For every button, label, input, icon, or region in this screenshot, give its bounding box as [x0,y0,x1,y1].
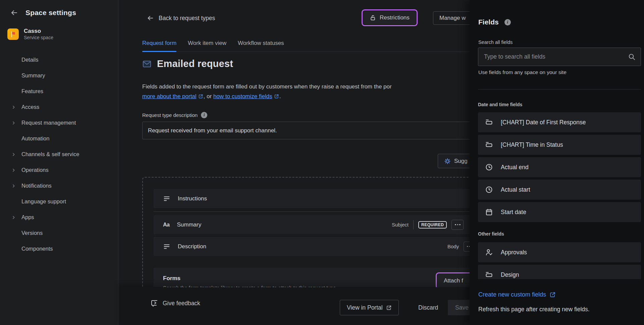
description-label: Request type description [142,112,198,118]
vertical-divider [413,220,414,230]
section-title-date-time: Date and time fields [478,102,641,107]
space-settings-sidebar: Space settings Casso Service space Detai… [0,0,118,325]
email-icon [142,59,152,69]
field-item-approvals[interactable]: Approvals [478,242,641,262]
external-link-icon [198,94,203,99]
sidebar-item-operations[interactable]: Operations [0,162,118,178]
sidebar-item-summary[interactable]: Summary [0,68,118,83]
unlock-icon [370,14,376,21]
page-title: Space settings [25,9,76,17]
refresh-note: Refresh this page after creating new fie… [478,306,590,313]
back-arrow-icon[interactable] [9,8,19,17]
sidebar-item-notifications[interactable]: Notifications [0,178,118,194]
fields-panel: Fields i Search all fields Use fields fr… [470,0,644,325]
align-left-icon [163,243,170,250]
clock-icon [485,163,493,171]
field-item-actual-start[interactable]: Actual start [478,180,641,200]
external-link-icon [549,291,556,298]
mapping-label: Body [447,244,459,249]
field-item-actual-end[interactable]: Actual end [478,157,641,177]
feedback-icon [150,299,158,307]
sparkle-icon [444,158,451,165]
space-flag-icon [7,28,19,40]
field-item-chart-time-in-status[interactable]: [CHART] Time in Status [478,135,641,155]
sidebar-item-features[interactable]: Features [0,83,118,99]
space-type: Service space [24,35,53,41]
back-to-request-types-link[interactable]: Back to request types [147,14,215,22]
field-item-chart-date-of-first-response[interactable]: [CHART] Date of First Response [478,112,641,132]
sidebar-item-language-support[interactable]: Language support [0,194,118,209]
row-divider [154,211,523,212]
restrictions-button[interactable]: Restrictions [363,11,416,24]
search-helper-text: Use fields from any space on your site [478,69,567,75]
search-all-fields-label: Search all fields [478,40,513,45]
fields-panel-title: Fields [478,18,499,26]
sidebar-item-versions[interactable]: Versions [0,225,118,241]
space-name: Casso [24,27,53,35]
arrow-left-icon [147,14,154,22]
tab-request-form[interactable]: Request form [142,39,176,47]
sidebar-item-channels-self-service[interactable]: Channels & self service [0,146,118,162]
request-type-title: Emailed request [157,58,233,69]
text-style-icon: Aa [163,222,169,228]
sidebar-item-apps[interactable]: Apps [0,209,118,225]
chevron-right-icon [11,105,16,109]
sidebar-item-request-management[interactable]: Request management [0,115,118,131]
fields-list: Date and time fields [CHART] Date of Fir… [478,102,641,279]
external-link-icon [386,305,392,311]
approvals-icon [485,248,493,256]
chevron-right-icon [11,184,16,188]
section-title-other: Other fields [478,231,641,237]
info-icon[interactable]: i [504,19,511,25]
sidebar-item-components[interactable]: Components [0,241,118,257]
form-row-description[interactable]: Description Body [154,237,523,256]
external-link-icon [274,94,279,99]
create-custom-fields-link[interactable]: Create new custom fields [478,291,556,298]
sidebar-nav: Details Summary Features Access Request … [0,52,118,257]
tab-work-item-view[interactable]: Work item view [188,39,226,47]
chevron-right-icon [11,121,16,125]
request-type-title-row: Emailed request [142,58,233,69]
tab-workflow-statuses[interactable]: Workflow statuses [238,39,284,47]
customize-fields-link[interactable]: how to customize fields [213,93,272,100]
calendar-icon [485,208,493,216]
panel-divider [478,89,641,89]
fields-panel-header: Fields i [470,0,644,26]
chevron-right-icon [11,215,16,219]
field-item-start-date[interactable]: Start date [478,202,641,222]
info-icon[interactable]: i [201,112,207,118]
align-left-icon [163,195,170,202]
space-info: Casso Service space [7,27,118,41]
description-label-row: Request type description i [142,112,207,118]
sidebar-item-access[interactable]: Access [0,99,118,115]
form-row-instructions[interactable]: Instructions [154,189,523,208]
give-feedback-button[interactable]: Give feedback [150,299,200,307]
form-row-summary[interactable]: Aa Summary Subject REQUIRED [154,215,523,234]
more-menu-button[interactable] [451,220,464,230]
discard-button[interactable]: Discard [414,300,443,315]
required-badge: REQUIRED [418,221,447,229]
date-widget-icon [485,271,493,279]
clock-icon [485,186,493,194]
sidebar-item-automation[interactable]: Automation [0,131,118,146]
chevron-right-icon [11,152,16,156]
date-widget-icon [485,141,493,149]
sidebar-item-details[interactable]: Details [0,52,118,68]
more-about-portal-link[interactable]: more about the portal [142,93,197,100]
view-in-portal-button[interactable]: View in Portal [340,300,399,315]
mapping-label: Subject [392,222,409,227]
intro-paragraph: Fields added to the request form are fil… [142,82,392,101]
sidebar-header: Space settings [0,0,118,17]
chevron-right-icon [11,168,16,172]
field-item-design[interactable]: Design [478,265,641,279]
date-widget-icon [485,118,493,126]
summary-row-meta: Subject REQUIRED [392,215,464,234]
search-input[interactable] [478,48,641,66]
